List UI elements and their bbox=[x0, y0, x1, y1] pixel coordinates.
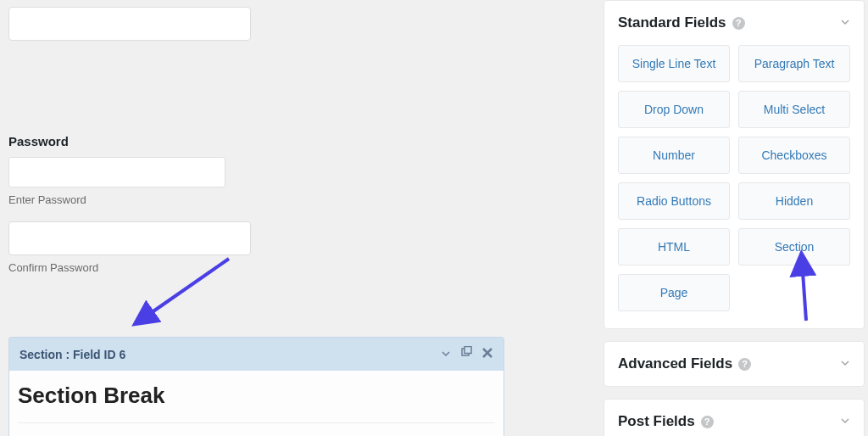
svg-rect-1 bbox=[465, 347, 471, 354]
field-sidebar: Standard Fields ? Single Line Text Parag… bbox=[604, 0, 865, 436]
field-drop-down[interactable]: Drop Down bbox=[618, 91, 730, 128]
collapse-caret-icon[interactable] bbox=[840, 356, 850, 372]
password-label: Password bbox=[8, 134, 504, 148]
post-fields-header[interactable]: Post Fields ? bbox=[604, 400, 864, 436]
top-text-input[interactable] bbox=[8, 7, 251, 41]
field-hidden[interactable]: Hidden bbox=[738, 182, 850, 220]
section-field-header[interactable]: Section : Field ID 6 bbox=[9, 338, 504, 371]
field-radio-buttons[interactable]: Radio Buttons bbox=[618, 182, 730, 220]
collapse-caret-icon[interactable] bbox=[840, 414, 850, 429]
collapse-caret-icon[interactable] bbox=[840, 15, 850, 31]
section-delete-icon[interactable] bbox=[481, 347, 493, 361]
help-icon[interactable]: ? bbox=[738, 358, 751, 371]
post-fields-panel: Post Fields ? bbox=[604, 399, 865, 436]
field-paragraph-text[interactable]: Paragraph Text bbox=[738, 45, 850, 82]
field-section[interactable]: Section bbox=[738, 228, 850, 266]
field-number[interactable]: Number bbox=[618, 137, 730, 174]
enter-password-sublabel: Enter Password bbox=[8, 193, 504, 206]
advanced-fields-title: Advanced Fields bbox=[618, 355, 732, 372]
advanced-fields-header[interactable]: Advanced Fields ? bbox=[604, 342, 864, 386]
section-break-divider bbox=[18, 422, 495, 423]
section-field-header-title: Section : Field ID 6 bbox=[19, 348, 441, 361]
standard-fields-header[interactable]: Standard Fields ? bbox=[604, 1, 864, 45]
standard-fields-title: Standard Fields bbox=[618, 14, 726, 31]
section-caret-down-icon[interactable] bbox=[441, 348, 451, 361]
field-single-line-text[interactable]: Single Line Text bbox=[618, 45, 730, 82]
confirm-password-input[interactable] bbox=[8, 221, 251, 255]
form-editor-canvas: Password Enter Password Confirm Password… bbox=[8, 0, 504, 436]
field-multi-select[interactable]: Multi Select bbox=[738, 91, 850, 128]
standard-fields-panel: Standard Fields ? Single Line Text Parag… bbox=[604, 0, 865, 329]
section-field-block[interactable]: Section : Field ID 6 Section Break bbox=[8, 337, 504, 436]
field-html[interactable]: HTML bbox=[618, 228, 730, 266]
field-page[interactable]: Page bbox=[618, 274, 730, 311]
advanced-fields-panel: Advanced Fields ? bbox=[604, 341, 865, 387]
help-icon[interactable]: ? bbox=[701, 416, 714, 428]
field-checkboxes[interactable]: Checkboxes bbox=[738, 137, 850, 174]
post-fields-title: Post Fields bbox=[618, 413, 695, 430]
confirm-password-sublabel: Confirm Password bbox=[8, 261, 504, 274]
help-icon[interactable]: ? bbox=[732, 17, 745, 30]
section-break-title: Section Break bbox=[18, 383, 495, 409]
password-input[interactable] bbox=[8, 157, 225, 187]
section-duplicate-icon[interactable] bbox=[459, 346, 473, 362]
